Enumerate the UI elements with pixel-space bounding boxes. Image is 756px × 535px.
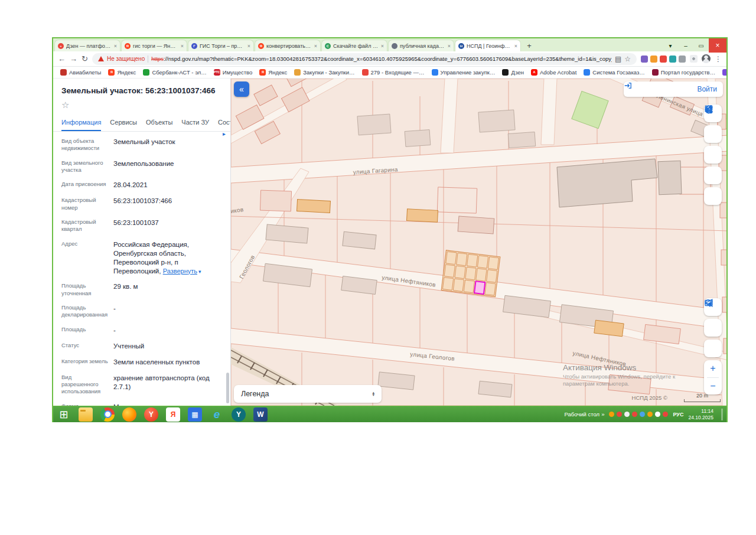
taskbar-app-icon[interactable] bbox=[100, 407, 115, 422]
print-button[interactable] bbox=[704, 187, 722, 205]
bookmark-favicon bbox=[652, 69, 659, 76]
browser-tab[interactable]: С Скачайте файл — преобразов × bbox=[321, 40, 387, 51]
taskbar-tray: Рабочий стол» РУС 11:1424.10.2025 bbox=[565, 408, 723, 420]
bookmark-favicon bbox=[722, 69, 726, 76]
zoom-out-button[interactable]: − bbox=[704, 378, 722, 395]
bookmark-item[interactable]: Система Госзаказ… bbox=[584, 69, 644, 76]
extension-icon[interactable] bbox=[650, 56, 657, 63]
favorite-star-icon[interactable]: ☆ bbox=[53, 99, 230, 114]
tab-search-icon[interactable]: ▾ bbox=[663, 38, 678, 53]
bookmark-item[interactable]: Закупки - Закупки… bbox=[294, 69, 354, 76]
bookmark-item[interactable]: Портал государств… bbox=[652, 69, 715, 76]
browser-tab[interactable]: публичная кадастровая карта – × bbox=[388, 40, 454, 51]
back-icon[interactable]: ← bbox=[58, 54, 66, 63]
ruler-button[interactable] bbox=[704, 125, 722, 143]
bookmark-item[interactable]: Я Яндекс bbox=[108, 69, 136, 76]
close-button[interactable]: × bbox=[709, 38, 726, 53]
tab-title: публичная кадастровая карта – bbox=[400, 43, 445, 49]
zoom-area-button[interactable] bbox=[704, 340, 722, 357]
browser-tab[interactable]: Н НСПД | Геоинформационный п × bbox=[455, 40, 521, 51]
desktop-toolbar[interactable]: Рабочий стол» bbox=[565, 411, 605, 417]
tray-icon[interactable] bbox=[617, 412, 622, 417]
clock[interactable]: 11:1424.10.2025 bbox=[688, 408, 713, 420]
forward-icon[interactable]: → bbox=[70, 54, 77, 63]
menu-kebab-icon[interactable]: ⋮ bbox=[715, 55, 722, 63]
tab-close-icon[interactable]: × bbox=[314, 43, 317, 49]
address-bar: ← → ↻ Не защищено https://nspd.gov.ru/ma… bbox=[53, 51, 726, 67]
reload-icon[interactable]: ↻ bbox=[82, 54, 88, 63]
taskbar-app-icon[interactable] bbox=[122, 407, 136, 422]
bookmark-star-icon[interactable]: ☆ bbox=[624, 55, 631, 63]
taskbar-app-icon[interactable]: W bbox=[253, 407, 268, 422]
extensions-puzzle-icon[interactable] bbox=[690, 55, 698, 63]
overview-button[interactable] bbox=[704, 319, 722, 337]
browser-tab[interactable]: Я гис торги — Яндекс: нашлось 1 × bbox=[121, 40, 187, 51]
taskbar-app-icon[interactable]: Y bbox=[144, 407, 158, 422]
tray-icon[interactable] bbox=[647, 412, 653, 417]
taskbar-app-icon[interactable]: Y bbox=[232, 407, 246, 422]
taskbar-app-icon[interactable]: Я bbox=[166, 407, 180, 422]
extension-icon[interactable] bbox=[669, 56, 676, 63]
url-input[interactable]: Не защищено https://nspd.gov.ru/map?them… bbox=[92, 53, 637, 65]
extension-icon[interactable] bbox=[679, 56, 686, 63]
selected-parcel[interactable] bbox=[474, 281, 485, 294]
select-area-button[interactable] bbox=[704, 146, 722, 164]
legend-bar[interactable]: Легенда ▴▾ bbox=[234, 385, 382, 403]
bookmark-item[interactable]: Сбербанк-АСТ - эл… bbox=[143, 69, 206, 76]
tab-close-icon[interactable]: × bbox=[448, 43, 451, 49]
panel-tab[interactable]: Сост bbox=[218, 114, 231, 131]
expand-link[interactable]: Развернуть bbox=[163, 268, 197, 275]
extension-icon[interactable] bbox=[660, 56, 667, 63]
maximize-button[interactable]: ▭ bbox=[693, 38, 709, 53]
panel-tab[interactable]: Части ЗУ bbox=[181, 114, 209, 131]
tab-close-icon[interactable]: × bbox=[381, 43, 384, 49]
bookmark-favicon: Я bbox=[108, 69, 115, 76]
tray-icon[interactable] bbox=[640, 412, 645, 417]
security-warning: Не защищено bbox=[107, 56, 145, 62]
bookmark-item[interactable]: 279 - Входящие —… bbox=[362, 69, 425, 76]
new-tab-button[interactable]: + bbox=[523, 40, 535, 51]
zoom-in-button[interactable]: + bbox=[704, 360, 722, 377]
taskbar-app-icon[interactable]: e bbox=[210, 407, 224, 422]
browser-tab[interactable]: Г ГИС Торги – продажи государс × bbox=[188, 40, 254, 51]
bookmark-item[interactable]: РТС Имущество bbox=[214, 69, 253, 76]
bookmark-item[interactable]: A Adobe Acrobat bbox=[531, 69, 576, 76]
tab-close-icon[interactable]: × bbox=[247, 43, 250, 49]
legend-toggle-icon[interactable]: ▴▾ bbox=[372, 392, 374, 396]
taskbar-app-icon[interactable] bbox=[79, 407, 93, 422]
bookmark-item[interactable]: Реестр извещений bbox=[722, 69, 726, 76]
browser-tab[interactable]: Я конвертировать ворд в bmp о × bbox=[255, 40, 321, 51]
login-bar[interactable]: Войти bbox=[624, 81, 723, 97]
tray-icon[interactable] bbox=[663, 412, 668, 417]
tray-icon[interactable] bbox=[655, 412, 660, 417]
bookmark-item[interactable]: Я Яндекс bbox=[259, 69, 287, 76]
panel-tab[interactable]: Сервисы bbox=[110, 114, 137, 131]
tray-icon[interactable] bbox=[632, 412, 637, 417]
bookmark-item[interactable]: Управление закупк… bbox=[432, 69, 496, 76]
bookmark-item[interactable]: Авиабилеты bbox=[60, 69, 101, 76]
taskbar-app-icon[interactable]: ⊞ bbox=[57, 407, 71, 422]
tray-icon[interactable] bbox=[609, 412, 614, 417]
panel-scrollbar[interactable] bbox=[226, 373, 229, 403]
panel-collapse-button[interactable]: « bbox=[234, 81, 249, 97]
tray-icon[interactable] bbox=[624, 412, 630, 417]
tabs-scroll-icon[interactable]: ▸ bbox=[223, 131, 226, 137]
profile-avatar[interactable] bbox=[702, 54, 711, 63]
share-button[interactable] bbox=[704, 167, 722, 184]
page-title: Земельный участок: 56:23:1001037:466 bbox=[53, 79, 230, 99]
show-desktop-button[interactable] bbox=[721, 409, 723, 420]
bookmark-item[interactable]: Дзен bbox=[502, 69, 524, 76]
minimize-button[interactable]: – bbox=[678, 38, 693, 53]
language-indicator[interactable]: РУС bbox=[673, 412, 683, 417]
browser-tab[interactable]: + Дзен — платформа для просм × bbox=[54, 40, 120, 51]
panel-tab[interactable]: Информация bbox=[61, 114, 101, 131]
tab-close-icon[interactable]: × bbox=[181, 43, 184, 49]
panel-tab[interactable]: Объекты bbox=[146, 114, 172, 131]
cadastral-map[interactable]: улица Гагарина улица Нефтяников улица Ге… bbox=[231, 79, 726, 406]
extension-icon[interactable] bbox=[641, 56, 648, 63]
taskbar-app-icon[interactable]: ▦ bbox=[188, 407, 202, 422]
magnifier-icon bbox=[704, 298, 713, 308]
tab-close-icon[interactable]: × bbox=[114, 43, 117, 49]
sidebar-icon[interactable]: ▤ bbox=[615, 55, 621, 63]
tab-close-icon[interactable]: × bbox=[514, 43, 517, 49]
